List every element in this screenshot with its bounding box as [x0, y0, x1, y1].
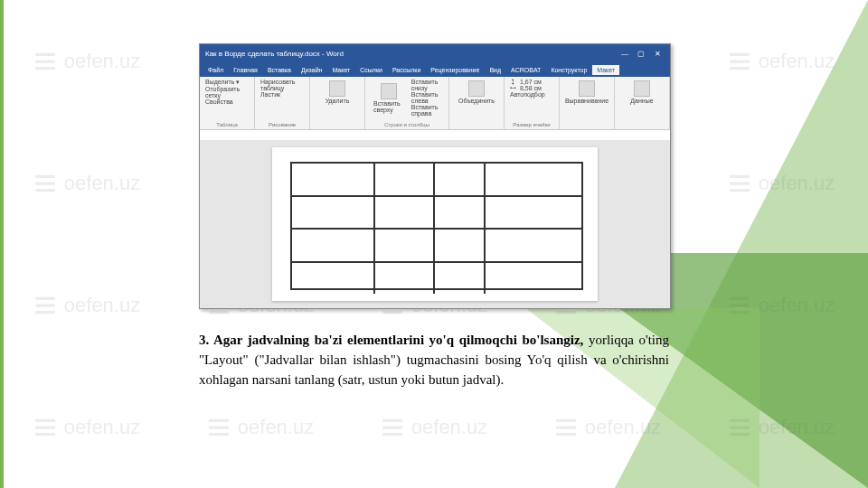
- autofit-button[interactable]: Автоподбор: [510, 91, 553, 98]
- tab-review[interactable]: Рецензирование: [426, 65, 484, 75]
- alignment-button[interactable]: Выравнивание: [565, 79, 609, 106]
- insert-left-button[interactable]: Вставить слева: [411, 91, 443, 104]
- insert-above-icon: [381, 83, 397, 99]
- tab-mailings[interactable]: Рассылки: [388, 65, 425, 75]
- properties-button[interactable]: Свойства: [205, 99, 249, 105]
- col-width-field[interactable]: 8,58 см: [520, 85, 542, 91]
- width-icon: ⭤: [510, 85, 516, 91]
- window-title: Как в Ворде сделать таблицу.docx - Word: [205, 50, 344, 58]
- ribbon-tabs: Файл Главная Вставка Дизайн Макет Ссылки…: [200, 62, 670, 77]
- data-button[interactable]: Данные: [620, 79, 664, 106]
- body-paragraph: 3. Agar jadvalning ba'zi elementlarini y…: [199, 331, 669, 389]
- tab-home[interactable]: Главная: [229, 65, 262, 75]
- inserted-table[interactable]: [290, 162, 583, 290]
- tab-file[interactable]: Файл: [203, 65, 228, 75]
- tab-references[interactable]: Ссылки: [355, 65, 387, 75]
- insert-above-button[interactable]: Вставить сверху: [371, 81, 408, 115]
- draw-table-button[interactable]: Нарисовать таблицу: [260, 79, 304, 91]
- delete-button[interactable]: Удалить: [316, 79, 359, 106]
- ribbon-group-table: Выделить ▾ Отобразить сетку Свойства Таб…: [200, 77, 255, 129]
- window-titlebar: Как в Ворде сделать таблицу.docx - Word …: [200, 44, 670, 62]
- ribbon-bar: Выделить ▾ Отобразить сетку Свойства Таб…: [200, 77, 670, 130]
- merge-icon: [468, 80, 485, 97]
- group-caption: Таблица: [205, 122, 249, 127]
- insert-right-button[interactable]: Вставить справа: [411, 104, 443, 117]
- minimize-icon[interactable]: —: [618, 50, 632, 58]
- ribbon-group-merge: Объединить: [449, 77, 505, 129]
- ribbon-group-draw: Нарисовать таблицу Ластик Рисование: [255, 77, 310, 129]
- tab-layout[interactable]: Макет: [327, 65, 354, 75]
- merge-button[interactable]: Объединить: [455, 79, 498, 106]
- show-grid-button[interactable]: Отобразить сетку: [205, 86, 249, 99]
- ribbon-group-alignment: Выравнивание: [560, 77, 615, 129]
- eraser-button[interactable]: Ластик: [260, 91, 304, 98]
- paragraph-lead: 3. Agar jadvalning ba'zi elementlarini y…: [199, 333, 589, 347]
- height-icon: ⭥: [510, 79, 516, 85]
- window-buttons: — ▢ ✕: [618, 50, 665, 58]
- document-page: [272, 147, 598, 301]
- ribbon-group-cell-size: ⭥1,67 см ⭤8,58 см Автоподбор Размер ячей…: [505, 77, 560, 129]
- group-caption: Строки и столбцы: [371, 122, 443, 127]
- tab-constructor[interactable]: Конструктор: [546, 65, 591, 75]
- slide-content: Как в Ворде сделать таблицу.docx - Word …: [199, 43, 669, 403]
- alignment-icon: [579, 80, 595, 97]
- tab-table-layout[interactable]: Макет: [592, 65, 619, 75]
- select-button[interactable]: Выделить ▾: [205, 79, 249, 86]
- delete-icon: [329, 80, 345, 97]
- tab-acrobat[interactable]: ACROBAT: [506, 65, 545, 75]
- tab-view[interactable]: Вид: [485, 65, 505, 75]
- insert-below-button[interactable]: Вставить снизу: [411, 79, 443, 91]
- data-icon: [634, 80, 650, 97]
- word-screenshot: Как в Ворде сделать таблицу.docx - Word …: [199, 43, 671, 309]
- tab-design[interactable]: Дизайн: [297, 65, 327, 75]
- group-caption: Размер ячейки: [510, 122, 553, 127]
- tab-insert[interactable]: Вставка: [263, 65, 296, 75]
- group-caption: Рисование: [260, 122, 304, 127]
- maximize-icon[interactable]: ▢: [634, 50, 648, 58]
- ribbon-group-data: Данные: [615, 77, 670, 129]
- document-area: [200, 140, 670, 308]
- close-icon[interactable]: ✕: [650, 50, 665, 58]
- row-height-field[interactable]: 1,67 см: [520, 79, 542, 85]
- ribbon-group-rows-cols: Вставить сверху Вставить снизу Вставить …: [365, 77, 449, 129]
- ribbon-group-delete: Удалить: [310, 77, 365, 129]
